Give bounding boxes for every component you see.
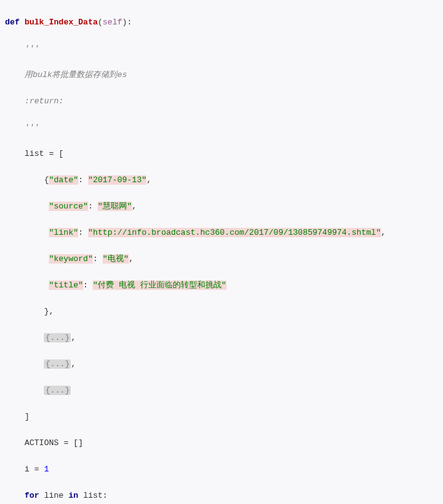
actions-assign: ACTIONS = []: [24, 438, 83, 448]
code-line: 用bulk将批量数据存储到es: [5, 68, 438, 81]
folded-region[interactable]: {...}: [44, 359, 71, 369]
string-val: "付费 电视 行业面临的转型和挑战": [93, 280, 226, 290]
string-val: "电视": [103, 254, 129, 264]
code-line: "title": "付费 电视 行业面临的转型和挑战": [5, 279, 438, 292]
for-keyword: for: [24, 491, 39, 500]
string-key: "keyword": [49, 254, 93, 264]
code-line: {"date": "2017-09-13",: [5, 173, 438, 187]
code-line: },: [5, 305, 438, 318]
colon: :: [127, 18, 132, 27]
docstring-open: ''': [24, 44, 39, 53]
in-keyword: in: [68, 491, 78, 500]
code-line: :return:: [5, 95, 438, 108]
def-keyword: def: [5, 18, 19, 27]
folded-region[interactable]: {...}: [44, 386, 71, 395]
code-line: "link": "http://info.broadcast.hc360.com…: [5, 226, 438, 239]
code-line: {...},: [5, 331, 438, 344]
code-line: "keyword": "电视",: [5, 252, 438, 265]
loop-var: line: [44, 491, 63, 500]
docstring-line: 用bulk将批量数据存储到es: [24, 70, 127, 80]
string-val: "慧聪网": [98, 202, 132, 211]
code-block: def bulk_Index_Data(self): ''' 用bulk将批量数…: [0, 0, 443, 504]
docstring-close: ''': [24, 123, 39, 132]
list-assign: list = [: [24, 149, 63, 158]
list-close: ]: [24, 412, 29, 421]
list-var: list:: [83, 491, 108, 500]
code-line: list = [: [5, 147, 438, 160]
code-line: ACTIONS = []: [5, 436, 438, 450]
function-name: bulk_Index_Data: [24, 18, 98, 27]
code-line: ''': [5, 42, 438, 55]
string-key: "source": [49, 202, 88, 211]
string-val: "2017-09-13": [88, 175, 147, 185]
code-line: ''': [5, 121, 438, 134]
code-line: ]: [5, 410, 438, 423]
code-line: {...},: [5, 357, 438, 371]
self-param: self: [103, 18, 122, 27]
string-key: "link": [49, 228, 78, 237]
number-literal: 1: [44, 465, 49, 474]
string-key: "date": [49, 175, 78, 185]
i-assign-pre: i =: [24, 465, 44, 474]
docstring-line: :return:: [24, 96, 63, 106]
code-line: def bulk_Index_Data(self):: [5, 16, 438, 29]
code-line: {...}: [5, 384, 438, 397]
code-line: i = 1: [5, 463, 438, 476]
folded-region[interactable]: {...}: [44, 333, 71, 342]
code-line: for line in list:: [5, 489, 438, 502]
string-val: "http://info.broadcast.hc360.com/2017/09…: [88, 228, 381, 237]
code-line: "source": "慧聪网",: [5, 200, 438, 213]
string-key: "title": [49, 280, 83, 290]
dict-close: },: [44, 307, 54, 316]
